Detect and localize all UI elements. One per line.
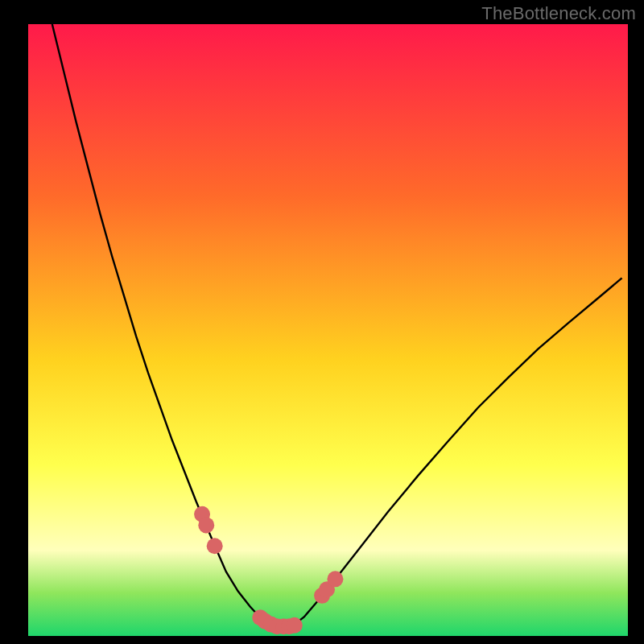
data-marker-12	[327, 571, 343, 587]
data-marker-2	[207, 538, 223, 554]
bottleneck-curve-chart	[0, 0, 644, 644]
plot-background	[28, 24, 628, 636]
data-marker-1	[198, 517, 214, 533]
watermark-text: TheBottleneck.com	[481, 3, 636, 24]
data-marker-9	[287, 617, 303, 634]
chart-frame: TheBottleneck.com	[0, 0, 644, 644]
